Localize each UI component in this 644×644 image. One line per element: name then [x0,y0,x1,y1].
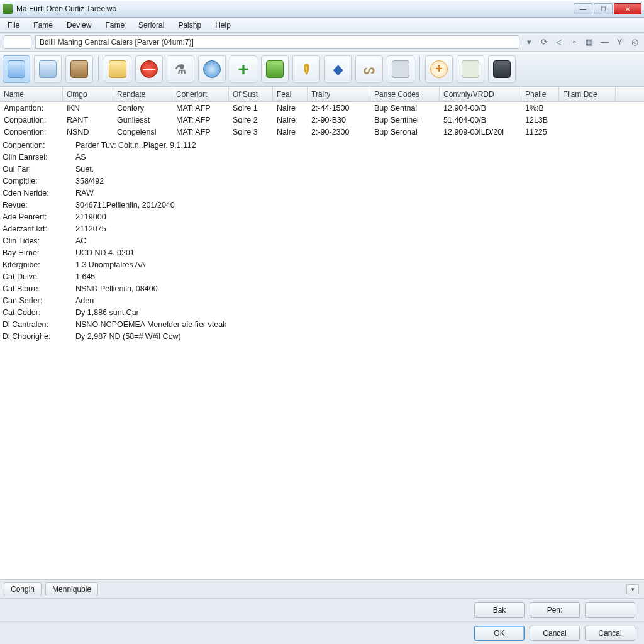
table-cell: Ampantion: [0,104,63,113]
target-icon[interactable]: ◎ [629,36,640,48]
table-cell: Nalre [273,128,308,136]
table-cell: 11225 [521,128,559,136]
close-button[interactable]: ✕ [614,3,641,14]
table-cell: Solre 2 [229,116,273,125]
column-header[interactable]: Conerlort [172,87,229,101]
property-value: Dy 2,987 ND (58=# W#il Cow) [69,332,181,341]
property-row: Aderzarit.krt:2112075 [0,223,644,235]
property-value: 1.645 [69,272,95,281]
stop-icon[interactable]: ▫ [569,36,580,48]
address-bar: ▾ ⟳ ◁ ▫ ▦ — Y ◎ [0,33,644,52]
table-row[interactable]: Conpaution:RANTGunliesstMAT: AFPSolre 2N… [0,114,644,126]
table-cell: IKN [63,104,113,113]
column-header[interactable]: Phalle [521,87,559,101]
back-icon[interactable]: ◁ [553,36,565,48]
tool-folder[interactable] [104,55,131,83]
column-header[interactable]: Convniy/VRDD [440,87,521,101]
property-value: Aden [69,296,94,305]
refresh-icon[interactable]: ⟳ [538,36,550,48]
app-icon [3,4,13,14]
tool-rect[interactable] [387,55,414,83]
line-icon[interactable]: — [599,36,610,48]
property-key: Ade Penrert: [0,213,69,221]
tool-plus[interactable]: + [230,55,257,83]
column-header[interactable]: Filam Dde [559,87,616,101]
table-cell: Bup Sentnal [370,104,440,113]
address-input[interactable] [35,35,519,49]
property-key: Olin Tides: [0,236,69,245]
property-value: RAW [69,189,94,197]
column-header[interactable]: Omgo [63,87,113,101]
property-value: AS [69,153,86,162]
table-row[interactable]: Ampantion:IKNConloryMAT: AFPSolre 1Nalre… [0,102,644,114]
property-value: 2119000 [69,213,106,221]
column-header[interactable]: Name [0,87,63,101]
bottom-tabs: CongihMenniquble▾ [0,580,644,599]
pen:-button[interactable]: Pen: [530,602,580,618]
table-cell: MAT: AFP [172,116,229,125]
tool-globe[interactable] [198,55,226,83]
property-row: Cden Neride:RAW [0,187,644,199]
tool-page[interactable] [457,55,484,83]
property-key: Compitile: [0,177,69,186]
tool-save[interactable] [488,55,516,83]
property-row: Conpention:Parder Tuv: Coit.n..Plager. 9… [0,139,644,151]
bottom-tab[interactable]: Menniquble [45,582,98,596]
tool-box[interactable] [65,55,93,83]
property-value: Dy 1,886 sunt Car [69,308,139,317]
tool-pencil[interactable]: ✎ [292,55,320,83]
minimize-button[interactable]: — [574,3,592,14]
menu-file[interactable]: File [1,19,26,31]
filter-icon[interactable]: Y [614,36,625,48]
column-header[interactable]: Panse Codes [370,87,440,101]
tool-docalt[interactable] [34,55,62,83]
table-cell: Conlory [113,104,172,113]
column-header[interactable]: Of Sust [229,87,273,101]
grid-icon[interactable]: ▦ [584,36,595,48]
property-key: Oul Far: [0,165,69,174]
menu-help[interactable]: Help [209,19,237,31]
table-cell: 2:-44-1500 [308,104,370,113]
column-header[interactable]: Rendate [113,87,172,101]
menu-serloral[interactable]: Serloral [132,19,170,31]
tool-addcircle[interactable]: + [425,55,453,83]
menu-deview[interactable]: Deview [60,19,97,31]
property-row: Can Serler:Aden [0,294,644,306]
ok-button[interactable]: OK [474,626,525,641]
table-cell: 2:-90-2300 [308,128,370,136]
bottom-tab[interactable]: Congih [4,582,42,596]
menu-fame[interactable]: Fame [99,19,131,31]
dropdown-icon[interactable]: ▾ [523,36,535,48]
bak-button[interactable]: Bak [474,602,525,618]
tool-pin[interactable]: ◆ [324,55,352,83]
table-cell: 12L3B [521,116,559,125]
cancal-button[interactable]: Cancal [585,626,635,641]
property-row: Kitergnibe:1.3 Unomptalres AA [0,258,644,270]
tool-doc[interactable] [3,55,30,83]
tool-stop[interactable]: — [135,55,163,83]
tool-lasso[interactable]: ᔕ [355,55,383,83]
maximize-button[interactable]: ☐ [594,3,613,14]
property-row: Olin Tides:AC [0,235,644,247]
cancal-button[interactable]: Cancal [530,626,580,641]
expand-button[interactable]: ▾ [626,584,639,594]
main-toolbar: — ⚗ + ✎ ◆ ᔕ + [0,52,644,87]
menu-paishp[interactable]: Paishp [172,19,208,31]
column-header[interactable]: Feal [273,87,308,101]
property-key: Conpention: [0,141,69,150]
table-cell: 51,404-00/B [440,116,521,125]
table-row[interactable]: Conpention:NSNDCongelenslMAT: AFPSolre 3… [0,126,644,138]
table-cell: 12,909-00ILD/20l [440,128,521,136]
address-tools: ▾ ⟳ ◁ ▫ ▦ — Y ◎ [523,36,640,48]
property-key: Can Serler: [0,296,69,305]
column-header[interactable]: Tralry [308,87,370,101]
menu-fame[interactable]: Fame [27,19,59,31]
tool-bag[interactable] [261,55,289,83]
window-controls: — ☐ ✕ [574,3,641,14]
property-key: Aderzarit.krt: [0,225,69,233]
property-value: 358/492 [69,177,104,186]
tool-flask[interactable]: ⚗ [167,55,194,83]
address-scheme-dropdown[interactable] [4,35,31,49]
property-row: Bay Hirne:UCD ND 4. 0201 [0,247,644,258]
table-cell: NSND [63,128,113,136]
